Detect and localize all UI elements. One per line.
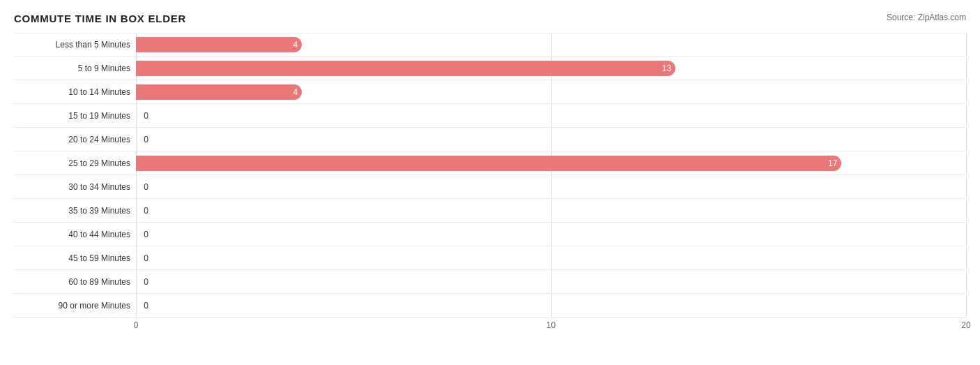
table-row: 40 to 44 Minutes0 [14, 223, 966, 246]
bar: 4 [136, 84, 302, 100]
chart-body: Less than 5 Minutes45 to 9 Minutes1310 t… [14, 33, 966, 318]
table-row: 10 to 14 Minutes4 [14, 80, 966, 104]
bar-label: 20 to 24 Minutes [14, 135, 136, 144]
bar: 17 [136, 156, 841, 171]
grid-line [136, 270, 137, 293]
bar-area: 4 [136, 80, 966, 103]
bar-area: 0 [136, 270, 966, 293]
bar-label: 15 to 19 Minutes [14, 111, 136, 121]
x-axis: 01020 [136, 320, 966, 334]
grid-line [966, 151, 967, 174]
table-row: 20 to 24 Minutes0 [14, 128, 966, 151]
chart-title: COMMUTE TIME IN BOX ELDER [14, 13, 186, 24]
bar-label: 10 to 14 Minutes [14, 87, 136, 97]
bar-value: 0 [144, 111, 148, 121]
bar-area: 0 [136, 246, 966, 269]
table-row: Less than 5 Minutes4 [14, 33, 966, 57]
x-tick: 0 [134, 320, 139, 330]
chart-header: COMMUTE TIME IN BOX ELDER Source: ZipAtl… [14, 13, 966, 24]
bar-label: 30 to 34 Minutes [14, 182, 136, 192]
table-row: 45 to 59 Minutes0 [14, 246, 966, 270]
grid-line [551, 128, 552, 151]
chart-container: COMMUTE TIME IN BOX ELDER Source: ZipAtl… [0, 0, 980, 365]
bar-value: 0 [144, 206, 148, 216]
grid-line [551, 104, 552, 127]
x-tick: 10 [546, 320, 556, 330]
bar-area: 0 [136, 294, 966, 317]
bar-value: 0 [144, 230, 148, 239]
grid-line [136, 246, 137, 269]
bar-value: 4 [293, 87, 298, 97]
x-tick: 20 [961, 320, 970, 330]
grid-line [551, 199, 552, 222]
table-row: 5 to 9 Minutes13 [14, 57, 966, 80]
grid-line [966, 270, 967, 293]
bar: 13 [136, 61, 675, 76]
bar-area: 4 [136, 33, 966, 56]
bar-value: 0 [144, 135, 148, 144]
grid-line [966, 80, 967, 103]
grid-line [551, 223, 552, 246]
bar-value: 0 [144, 182, 148, 192]
bar-area: 17 [136, 151, 966, 174]
grid-line [966, 57, 967, 80]
table-row: 25 to 29 Minutes17 [14, 151, 966, 175]
table-row: 35 to 39 Minutes0 [14, 199, 966, 223]
grid-line [136, 175, 137, 198]
grid-line [136, 223, 137, 246]
bar-value: 4 [293, 40, 298, 50]
grid-line [966, 223, 967, 246]
bar-value: 0 [144, 301, 148, 311]
chart-source: Source: ZipAtlas.com [887, 13, 966, 22]
table-row: 30 to 34 Minutes0 [14, 175, 966, 199]
bar-value: 0 [144, 277, 148, 287]
bar-value: 13 [662, 64, 671, 73]
bar-label: 35 to 39 Minutes [14, 206, 136, 216]
grid-line [551, 80, 552, 103]
grid-line [136, 199, 137, 222]
grid-line [136, 128, 137, 151]
bar-value: 17 [828, 158, 837, 168]
grid-line [551, 175, 552, 198]
bar-label: 45 to 59 Minutes [14, 253, 136, 263]
bar-area: 0 [136, 128, 966, 151]
table-row: 60 to 89 Minutes0 [14, 270, 966, 294]
bar-area: 0 [136, 175, 966, 198]
grid-line [551, 246, 552, 269]
bar-area: 0 [136, 199, 966, 222]
bar-label: Less than 5 Minutes [14, 40, 136, 50]
grid-line [966, 104, 967, 127]
bar-label: 90 or more Minutes [14, 301, 136, 311]
bar-area: 0 [136, 104, 966, 127]
bar-label: 40 to 44 Minutes [14, 230, 136, 239]
bar-label: 60 to 89 Minutes [14, 277, 136, 287]
bar-value: 0 [144, 253, 148, 263]
table-row: 15 to 19 Minutes0 [14, 104, 966, 128]
bar: 4 [136, 37, 302, 52]
table-row: 90 or more Minutes0 [14, 294, 966, 318]
grid-line [551, 294, 552, 317]
grid-line [966, 246, 967, 269]
grid-line [136, 104, 137, 127]
bar-label: 5 to 9 Minutes [14, 64, 136, 73]
grid-line [966, 199, 967, 222]
grid-line [966, 33, 967, 56]
bar-label: 25 to 29 Minutes [14, 158, 136, 168]
bar-area: 13 [136, 57, 966, 80]
grid-line [551, 270, 552, 293]
grid-line [136, 294, 137, 317]
grid-line [551, 33, 552, 56]
grid-line [966, 294, 967, 317]
grid-line [966, 175, 967, 198]
grid-line [966, 128, 967, 151]
bar-area: 0 [136, 223, 966, 246]
